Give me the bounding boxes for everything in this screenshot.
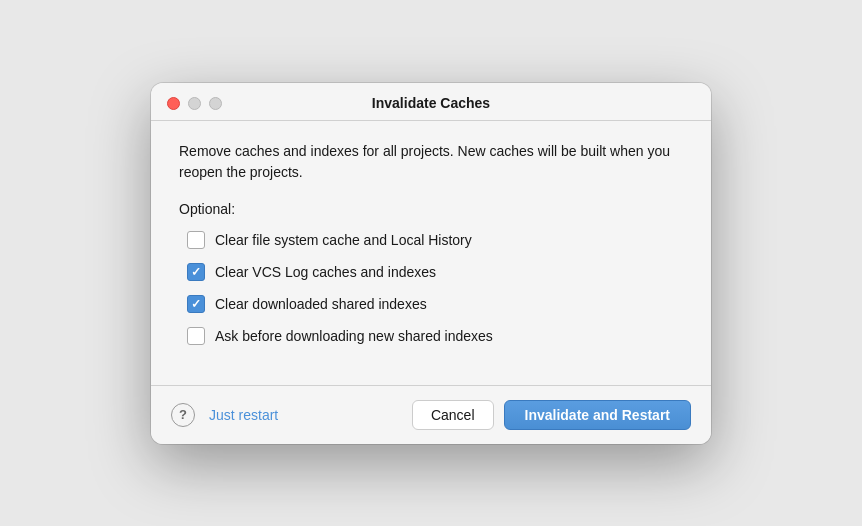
maximize-button[interactable] — [209, 97, 222, 110]
description-text: Remove caches and indexes for all projec… — [179, 141, 683, 183]
just-restart-button[interactable]: Just restart — [205, 407, 282, 423]
footer: ? Just restart Cancel Invalidate and Res… — [151, 386, 711, 444]
checkbox-label-ask-before-downloading: Ask before downloading new shared indexe… — [215, 328, 493, 344]
dialog-content: Remove caches and indexes for all projec… — [151, 121, 711, 385]
checkbox-list: Clear file system cache and Local Histor… — [187, 231, 683, 345]
cancel-button[interactable]: Cancel — [412, 400, 494, 430]
minimize-button[interactable] — [188, 97, 201, 110]
checkbox-row-ask-before-downloading[interactable]: Ask before downloading new shared indexe… — [187, 327, 683, 345]
dialog-title: Invalidate Caches — [372, 95, 490, 111]
title-bar: Invalidate Caches — [151, 83, 711, 120]
checkbox-label-clear-downloaded: Clear downloaded shared indexes — [215, 296, 427, 312]
checkbox-label-clear-vcs-log: Clear VCS Log caches and indexes — [215, 264, 436, 280]
checkbox-ask-before-downloading[interactable] — [187, 327, 205, 345]
checkbox-row-clear-file-system[interactable]: Clear file system cache and Local Histor… — [187, 231, 683, 249]
checkbox-clear-downloaded[interactable]: ✓ — [187, 295, 205, 313]
checkbox-label-clear-file-system: Clear file system cache and Local Histor… — [215, 232, 472, 248]
checkbox-row-clear-downloaded[interactable]: ✓ Clear downloaded shared indexes — [187, 295, 683, 313]
traffic-lights — [167, 97, 222, 110]
checkmark-clear-downloaded: ✓ — [191, 298, 201, 310]
help-button[interactable]: ? — [171, 403, 195, 427]
checkbox-clear-file-system[interactable] — [187, 231, 205, 249]
checkmark-clear-vcs-log: ✓ — [191, 266, 201, 278]
close-button[interactable] — [167, 97, 180, 110]
checkbox-row-clear-vcs-log[interactable]: ✓ Clear VCS Log caches and indexes — [187, 263, 683, 281]
invalidate-caches-dialog: Invalidate Caches Remove caches and inde… — [151, 83, 711, 444]
optional-label: Optional: — [179, 201, 683, 217]
invalidate-and-restart-button[interactable]: Invalidate and Restart — [504, 400, 692, 430]
checkbox-clear-vcs-log[interactable]: ✓ — [187, 263, 205, 281]
